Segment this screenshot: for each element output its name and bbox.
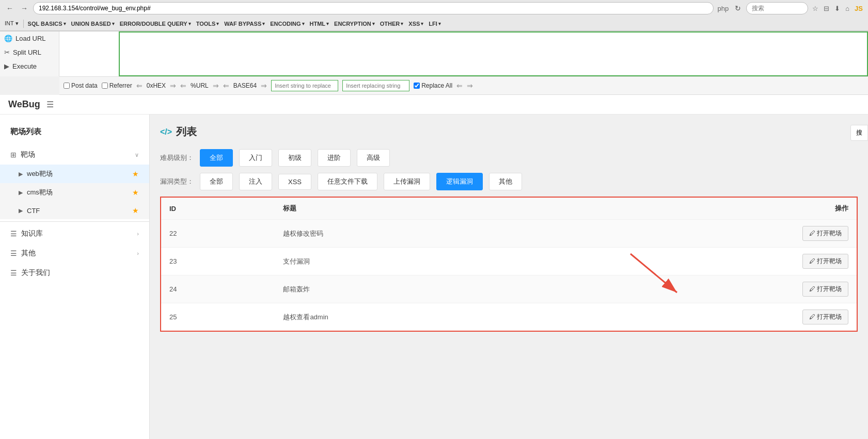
main-content: 搜 </> 列表 难易级别： 全部 入门 初级 进阶 高级 漏洞类型： 全部 注…	[150, 115, 868, 439]
cell-title-24: 邮箱轰炸	[275, 275, 562, 303]
arrow-left-1: ⇐	[136, 82, 143, 90]
knowledge-arrow: ›	[137, 231, 139, 237]
filter-beginner[interactable]: 入门	[239, 149, 272, 167]
cms-star-icon: ★	[132, 188, 139, 197]
replacing-input[interactable]	[342, 80, 409, 91]
globe-icon: 🌐	[4, 35, 12, 42]
encoding-menu[interactable]: ENCODING	[268, 20, 306, 28]
filter-all-type[interactable]: 全部	[200, 173, 233, 190]
replace-all-label[interactable]: Replace All	[414, 82, 452, 89]
int-item[interactable]: INT ▾	[2, 19, 21, 28]
referrer-checkbox[interactable]	[102, 83, 108, 89]
forward-button[interactable]: →	[19, 3, 30, 13]
xss-menu[interactable]: XSS	[406, 20, 425, 28]
filter-logic[interactable]: 逻辑漏洞	[436, 173, 483, 190]
cell-id-24: 24	[161, 275, 275, 303]
replace-all-checkbox[interactable]	[414, 83, 420, 89]
execute-label: Execute	[12, 62, 37, 70]
sidebar-item-knowledge[interactable]: ☰ 知识库 ›	[0, 224, 149, 243]
th-action: 操作	[562, 197, 857, 220]
split-url-item[interactable]: ✂ Split URL	[0, 45, 59, 59]
filter-upload[interactable]: 上传漏洞	[384, 173, 430, 190]
type-filter-row: 漏洞类型： 全部 注入 XSS 任意文件下载 上传漏洞 逻辑漏洞 其他	[160, 173, 858, 190]
about-label: 关于我们	[21, 268, 139, 278]
load-url-item[interactable]: 🌐 Load URL	[0, 31, 59, 45]
th-title: 标题	[275, 197, 562, 220]
ctf-star-icon: ★	[132, 206, 139, 215]
encryption-menu[interactable]: ENCRYPTION	[332, 20, 377, 28]
waf-bypass-menu[interactable]: WAF BYPASS	[222, 20, 267, 28]
table-row: 24 邮箱轰炸 🖊 打开靶场	[161, 275, 857, 303]
hex-label[interactable]: 0xHEX	[147, 82, 166, 89]
open-target-23[interactable]: 🖊 打开靶场	[802, 254, 848, 269]
sidebar-item-other[interactable]: ☰ 其他 ›	[0, 243, 149, 263]
back-button[interactable]: ←	[4, 3, 15, 13]
error-double-menu[interactable]: ERROR/DOUBLE QUERY	[118, 20, 193, 28]
post-data-label: Post data	[71, 82, 98, 89]
scissors-icon: ✂	[4, 48, 10, 56]
post-data-checkbox-label[interactable]: Post data	[64, 82, 98, 89]
lfi-menu[interactable]: LFI	[427, 20, 443, 28]
cell-id-23: 23	[161, 248, 275, 275]
referrer-checkbox-label[interactable]: Referrer	[102, 82, 132, 89]
menu-icon[interactable]: ☰	[46, 100, 54, 109]
difficulty-label: 难易级别：	[160, 153, 194, 162]
sidebar-item-cms[interactable]: ▶ cms靶场 ★	[0, 183, 149, 202]
other-icon: ☰	[10, 249, 17, 257]
referrer-label: Referrer	[109, 82, 132, 89]
bookmark-icon[interactable]: ⊟	[823, 4, 830, 13]
ext-sidebar: 🌐 Load URL ✂ Split URL ▶ Execute	[0, 31, 59, 76]
star-icon[interactable]: ☆	[811, 4, 819, 13]
arrow-left-2: ⇐	[180, 82, 186, 90]
arrow-left-4: ⇐	[456, 82, 463, 90]
sidebar-item-targets[interactable]: ⊞ 靶场 ∨	[0, 145, 149, 165]
union-based-menu[interactable]: UNION BASED	[69, 20, 117, 28]
other-menu[interactable]: OTHER	[378, 20, 406, 28]
tools-menu[interactable]: TOOLS	[194, 20, 222, 28]
filter-other-type[interactable]: 其他	[489, 173, 522, 190]
js-icon: JS	[854, 4, 864, 13]
cms-target-label: cms靶场	[27, 188, 53, 197]
sidebar-item-web[interactable]: ▶ web靶场 ★	[0, 165, 149, 183]
url-input-area	[119, 31, 868, 76]
knowledge-icon: ☰	[10, 230, 17, 238]
open-target-24[interactable]: 🖊 打开靶场	[802, 282, 848, 297]
arrow-right-1: ⇒	[170, 82, 176, 90]
url-label[interactable]: %URL	[191, 82, 209, 89]
refresh-button[interactable]: ↻	[733, 3, 743, 13]
html-menu[interactable]: HTML	[308, 20, 332, 28]
execute-item[interactable]: ▶ Execute	[0, 59, 59, 73]
download-icon[interactable]: ⬇	[833, 4, 841, 13]
home-icon[interactable]: ⌂	[844, 4, 850, 13]
web-star-icon: ★	[132, 170, 139, 178]
filter-all-difficulty[interactable]: 全部	[200, 149, 233, 167]
search-button[interactable]: 搜	[850, 125, 868, 141]
expand-arrow: ∨	[135, 152, 139, 158]
sidebar-item-ctf[interactable]: ▶ CTF ★	[0, 202, 149, 219]
open-target-22[interactable]: 🖊 打开靶场	[802, 226, 848, 241]
search-input[interactable]	[746, 2, 808, 14]
sidebar-item-about[interactable]: ☰ 关于我们	[0, 263, 149, 283]
address-input[interactable]	[33, 2, 714, 14]
split-url-label: Split URL	[13, 48, 41, 56]
filter-expert[interactable]: 高级	[357, 149, 390, 167]
filter-injection[interactable]: 注入	[239, 173, 272, 190]
table-row: 22 越权修改密码 🖊 打开靶场	[161, 220, 857, 248]
sql-basics-menu[interactable]: SQL BASICS	[26, 20, 68, 28]
cell-title-25: 越权查看admin	[275, 303, 562, 332]
replace-input[interactable]	[271, 80, 338, 91]
page-content: 靶场列表 ⊞ 靶场 ∨ ▶ web靶场 ★ ▶ cms靶场 ★ ▶ CTF ★	[0, 115, 868, 439]
filter-xss[interactable]: XSS	[278, 174, 311, 190]
red-arrow-indicator	[625, 249, 687, 302]
type-label: 漏洞类型：	[160, 177, 194, 186]
filter-advanced[interactable]: 进阶	[318, 149, 351, 167]
url-textarea[interactable]	[120, 32, 867, 74]
cell-id-22: 22	[161, 220, 275, 248]
web-target-label: web靶场	[27, 169, 53, 178]
filter-elementary[interactable]: 初级	[278, 149, 311, 167]
bottom-toolbar: Post data Referrer ⇐ 0xHEX ⇒ ⇐ %URL ⇒ ⇐ …	[59, 76, 868, 95]
post-data-checkbox[interactable]	[64, 83, 70, 89]
base64-label[interactable]: BASE64	[233, 82, 257, 89]
open-target-25[interactable]: 🖊 打开靶场	[802, 310, 848, 324]
filter-file-download[interactable]: 任意文件下载	[318, 173, 377, 190]
